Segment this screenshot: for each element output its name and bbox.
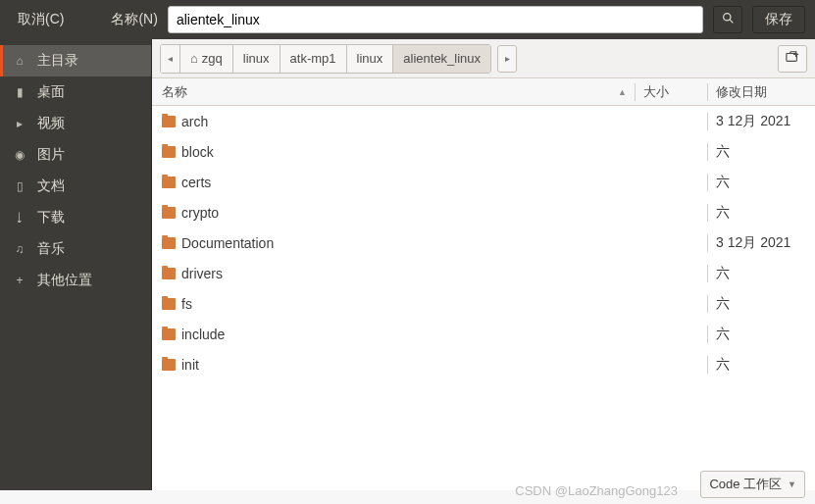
sidebar-item-label: 其他位置 xyxy=(37,272,92,289)
file-row[interactable]: block六 xyxy=(152,136,815,167)
sidebar-item-label: 文档 xyxy=(37,177,65,195)
breadcrumb-segment-2[interactable]: atk-mp1 xyxy=(280,45,347,73)
folder-icon xyxy=(162,116,176,127)
file-row[interactable]: include六 xyxy=(152,319,815,349)
sidebar-icon: ◉ xyxy=(12,148,27,162)
cancel-button[interactable]: 取消(C) xyxy=(10,7,72,32)
footer: Code 工作区 ▼ xyxy=(700,471,805,498)
folder-icon xyxy=(162,237,176,249)
sidebar-icon: ⭣ xyxy=(12,211,27,225)
file-row[interactable]: init六 xyxy=(152,349,815,379)
breadcrumb-segment-1[interactable]: linux xyxy=(233,45,280,73)
file-date: 3 12月 2021 xyxy=(707,234,815,252)
file-row[interactable]: arch3 12月 2021 xyxy=(152,106,815,136)
file-name: arch xyxy=(181,114,208,129)
content-pane: ◂ ⌂zgqlinuxatk-mp1linuxalientek_linux ▸ … xyxy=(151,39,815,490)
file-name: Documentation xyxy=(181,235,274,251)
sidebar-item-5[interactable]: ⭣下载 xyxy=(0,202,151,233)
sidebar-item-label: 主目录 xyxy=(37,52,78,70)
sidebar-item-0[interactable]: ⌂主目录 xyxy=(0,45,151,76)
file-date: 六 xyxy=(707,204,815,222)
file-date: 六 xyxy=(707,265,815,282)
breadcrumb-segment-0[interactable]: ⌂zgq xyxy=(180,45,233,73)
filetype-filter-label: Code 工作区 xyxy=(709,476,782,493)
sidebar-icon: ▯ xyxy=(12,179,27,193)
titlebar: 取消(C) 名称(N) 保存 xyxy=(0,0,815,39)
sidebar-item-3[interactable]: ◉图片 xyxy=(0,139,151,171)
folder-icon xyxy=(162,328,176,340)
name-label: 名称(N) xyxy=(111,11,157,28)
save-button[interactable]: 保存 xyxy=(752,6,805,33)
file-row[interactable]: Documentation3 12月 2021 xyxy=(152,227,815,258)
file-date: 六 xyxy=(707,143,815,161)
new-folder-button[interactable] xyxy=(778,45,807,73)
folder-icon xyxy=(162,176,176,188)
sidebar-item-label: 桌面 xyxy=(37,83,65,101)
file-name: init xyxy=(181,357,199,373)
sidebar-item-4[interactable]: ▯文档 xyxy=(0,171,151,202)
sidebar-icon: + xyxy=(12,274,27,287)
file-date: 3 12月 2021 xyxy=(707,113,815,130)
folder-icon xyxy=(162,268,176,279)
file-name: block xyxy=(181,144,214,160)
file-row[interactable]: crypto六 xyxy=(152,197,815,227)
sidebar: ⌂主目录▮桌面▸视频◉图片▯文档⭣下载♫音乐+其他位置 xyxy=(0,39,151,490)
home-icon: ⌂ xyxy=(190,51,198,66)
filename-input[interactable] xyxy=(168,6,703,33)
chevron-down-icon: ▼ xyxy=(788,479,796,489)
sidebar-icon: ⌂ xyxy=(12,54,27,68)
sidebar-item-2[interactable]: ▸视频 xyxy=(0,108,151,139)
breadcrumb-segment-3[interactable]: linux xyxy=(347,45,394,73)
folder-icon xyxy=(162,207,176,219)
sidebar-item-label: 下载 xyxy=(37,209,65,227)
breadcrumb-back-button[interactable]: ◂ xyxy=(161,45,180,73)
column-header-name[interactable]: 名称 ▲ xyxy=(152,83,635,101)
file-date: 六 xyxy=(707,174,815,191)
sidebar-item-label: 视频 xyxy=(37,115,65,132)
svg-line-1 xyxy=(730,20,733,23)
folder-icon xyxy=(162,298,176,310)
column-headers: 名称 ▲ 大小 修改日期 xyxy=(152,78,815,106)
file-name: include xyxy=(181,327,225,342)
sidebar-item-7[interactable]: +其他位置 xyxy=(0,265,151,296)
filetype-filter[interactable]: Code 工作区 ▼ xyxy=(700,471,805,498)
file-date: 六 xyxy=(707,295,815,313)
folder-icon xyxy=(162,146,176,158)
sidebar-icon: ▮ xyxy=(12,85,27,99)
breadcrumb: ◂ ⌂zgqlinuxatk-mp1linuxalientek_linux xyxy=(160,44,491,74)
svg-point-0 xyxy=(723,14,730,21)
column-header-date[interactable]: 修改日期 xyxy=(707,83,815,101)
search-icon xyxy=(722,12,735,27)
file-name: fs xyxy=(181,296,192,312)
breadcrumb-overflow-button[interactable]: ▸ xyxy=(497,45,517,73)
breadcrumb-segment-4[interactable]: alientek_linux xyxy=(393,45,490,73)
file-row[interactable]: certs六 xyxy=(152,167,815,197)
file-row[interactable]: drivers六 xyxy=(152,258,815,288)
sidebar-item-label: 图片 xyxy=(37,146,65,164)
search-button[interactable] xyxy=(713,6,742,33)
sidebar-item-label: 音乐 xyxy=(37,240,65,258)
new-folder-icon xyxy=(786,50,799,67)
sidebar-item-1[interactable]: ▮桌面 xyxy=(0,76,151,108)
file-list[interactable]: arch3 12月 2021block六certs六crypto六Documen… xyxy=(152,106,815,490)
column-header-size[interactable]: 大小 xyxy=(635,83,707,101)
sidebar-icon: ♫ xyxy=(12,242,27,256)
file-row[interactable]: fs六 xyxy=(152,288,815,319)
sort-indicator-icon: ▲ xyxy=(618,87,627,97)
file-name: certs xyxy=(181,175,211,190)
sidebar-item-6[interactable]: ♫音乐 xyxy=(0,233,151,265)
file-name: drivers xyxy=(181,266,223,281)
file-date: 六 xyxy=(707,356,815,374)
path-bar: ◂ ⌂zgqlinuxatk-mp1linuxalientek_linux ▸ xyxy=(152,39,815,78)
file-name: crypto xyxy=(181,205,219,221)
file-date: 六 xyxy=(707,326,815,343)
folder-icon xyxy=(162,359,176,371)
sidebar-icon: ▸ xyxy=(12,117,27,130)
